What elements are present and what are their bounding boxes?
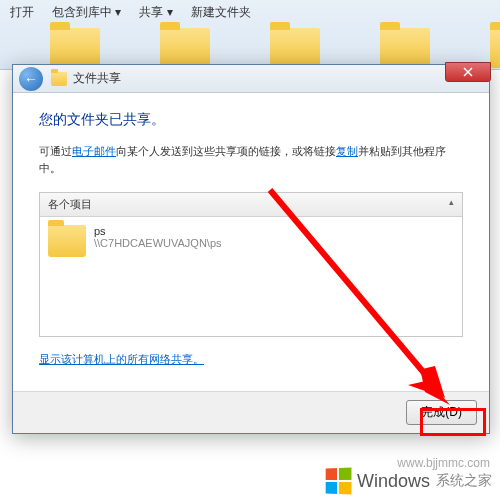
items-listbox: 各个项目 ▴ ps \\C7HDCAEWUVAJQN\ps [39,192,463,337]
desc-text: 向某个人发送到这些共享项的链接，或将链接 [116,145,336,157]
item-path: \\C7HDCAEWUVAJQN\ps [94,237,222,249]
watermark: Windows 系统之家 [325,468,492,494]
folder-icon [490,28,500,68]
dialog-heading: 您的文件夹已共享。 [39,111,463,129]
folder-icon [270,28,320,68]
list-item[interactable]: ps \\C7HDCAEWUVAJQN\ps [40,217,462,265]
dialog-title: 文件共享 [73,70,121,87]
windows-logo-icon [326,467,352,494]
back-arrow-icon: ← [24,71,38,87]
folder-icon [48,225,86,257]
background-folders [50,28,500,68]
toolbar-newfolder[interactable]: 新建文件夹 [191,4,251,21]
done-button[interactable]: 完成(D) [406,400,477,425]
back-button[interactable]: ← [19,67,43,91]
bottom-link-row: 显示该计算机上的所有网络共享。 [39,349,463,367]
item-text: ps \\C7HDCAEWUVAJQN\ps [94,225,222,249]
dialog-description: 可通过电子邮件向某个人发送到这些共享项的链接，或将链接复制并粘贴到其他程序中。 [39,143,463,176]
explorer-background: 打开 包含到库中 ▾ 共享 ▾ 新建文件夹 [0,0,500,70]
folder-icon [380,28,430,68]
watermark-sub: 系统之家 [436,472,492,490]
collapse-icon: ▴ [449,197,454,212]
toolbar-share[interactable]: 共享 ▾ [139,4,172,21]
folder-icon [51,72,67,86]
close-button[interactable] [445,62,491,82]
folder-icon [160,28,210,68]
close-icon [463,67,473,77]
dialog-titlebar: ← 文件共享 [13,65,489,93]
toolbar-include[interactable]: 包含到库中 ▾ [52,4,121,21]
items-header-label: 各个项目 [48,197,92,212]
copy-link[interactable]: 复制 [336,145,358,157]
show-all-shares-link[interactable]: 显示该计算机上的所有网络共享。 [39,353,204,365]
dialog-footer: 完成(D) [13,391,489,433]
watermark-brand: Windows [357,471,430,492]
item-name: ps [94,225,222,237]
file-sharing-dialog: ← 文件共享 您的文件夹已共享。 可通过电子邮件向某个人发送到这些共享项的链接，… [12,64,490,434]
dialog-body: 您的文件夹已共享。 可通过电子邮件向某个人发送到这些共享项的链接，或将链接复制并… [13,93,489,377]
items-header[interactable]: 各个项目 ▴ [40,193,462,217]
toolbar-open[interactable]: 打开 [10,4,34,21]
desc-text: 可通过 [39,145,72,157]
folder-icon [50,28,100,68]
explorer-toolbar: 打开 包含到库中 ▾ 共享 ▾ 新建文件夹 [0,0,500,25]
email-link[interactable]: 电子邮件 [72,145,116,157]
